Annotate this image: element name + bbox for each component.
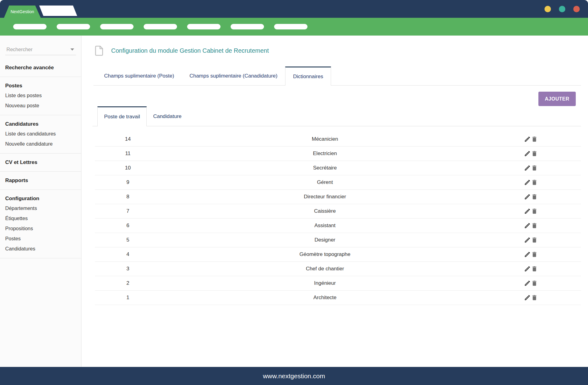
table-row: 2 Ingénieur bbox=[95, 276, 581, 291]
footer-url[interactable]: www.nextgestion.com bbox=[263, 372, 325, 380]
edit-button[interactable] bbox=[524, 136, 531, 143]
search-select[interactable]: Rechercher bbox=[5, 44, 76, 55]
dictionary-table: 14 Mécanicien 11 Electricien bbox=[95, 132, 581, 305]
row-label: Assistant bbox=[161, 223, 489, 229]
table-row: 11 Electricien bbox=[95, 147, 581, 161]
sidebar-item-etiquettes[interactable]: Étiquettes bbox=[5, 213, 76, 223]
delete-button[interactable] bbox=[531, 280, 538, 287]
edit-button[interactable] bbox=[524, 237, 531, 243]
row-actions bbox=[489, 280, 581, 287]
delete-button[interactable] bbox=[531, 251, 538, 258]
delete-button[interactable] bbox=[531, 208, 538, 215]
table-row: 8 Directeur financier bbox=[95, 190, 581, 204]
edit-button[interactable] bbox=[524, 150, 531, 157]
row-label: Gérent bbox=[161, 179, 489, 185]
sidebar-section: CandidaturesListe des candidaturesNouvel… bbox=[0, 115, 81, 153]
sidebar-item-liste-des-postes[interactable]: Liste des postes bbox=[5, 90, 76, 101]
sidebar-section: Recherche avancée bbox=[0, 59, 81, 77]
nav-item-placeholder[interactable] bbox=[274, 24, 307, 29]
nav-item-placeholder[interactable] bbox=[13, 24, 47, 29]
sidebar-item-nouveau-poste[interactable]: Nouveau poste bbox=[5, 101, 76, 111]
delete-button[interactable] bbox=[531, 193, 538, 200]
row-id: 10 bbox=[95, 165, 161, 171]
sidebar-section: PostesListe des postesNouveau poste bbox=[0, 77, 81, 115]
sidebar-header-recherche-avancee[interactable]: Recherche avancée bbox=[5, 63, 76, 72]
delete-button[interactable] bbox=[531, 136, 538, 143]
nav-item-placeholder[interactable] bbox=[231, 24, 264, 29]
sidebar-item-liste-des-candidatures[interactable]: Liste des candidatures bbox=[5, 129, 76, 139]
row-id: 1 bbox=[95, 295, 161, 301]
nav-item-placeholder[interactable] bbox=[187, 24, 221, 29]
inactive-window-tab[interactable] bbox=[39, 6, 77, 16]
tab-poste-de-travail[interactable]: Poste de travail bbox=[97, 106, 147, 126]
window-controls bbox=[545, 6, 580, 12]
edit-button[interactable] bbox=[524, 294, 531, 301]
main-tabs: Champs suplimentaire (Poste)Champs supli… bbox=[95, 67, 581, 86]
page-title: Configuration du module Gestion Cabinet … bbox=[111, 47, 269, 54]
edit-button[interactable] bbox=[524, 208, 531, 215]
edit-button[interactable] bbox=[524, 280, 531, 287]
row-label: Ingénieur bbox=[161, 280, 489, 286]
sidebar-header-postes[interactable]: Postes bbox=[5, 81, 76, 90]
row-id: 5 bbox=[95, 237, 161, 243]
maximize-button[interactable] bbox=[559, 6, 565, 12]
edit-button[interactable] bbox=[524, 193, 531, 200]
delete-button[interactable] bbox=[531, 294, 538, 301]
edit-button[interactable] bbox=[524, 179, 531, 186]
delete-button[interactable] bbox=[531, 222, 538, 229]
row-actions bbox=[489, 193, 581, 200]
sidebar-header-configuration[interactable]: Configuration bbox=[5, 194, 76, 203]
nav-item-placeholder[interactable] bbox=[57, 24, 90, 29]
delete-button[interactable] bbox=[531, 165, 538, 171]
nav-item-placeholder[interactable] bbox=[100, 24, 134, 29]
sidebar-item-nouvelle-candidature[interactable]: Nouvelle candidature bbox=[5, 139, 76, 149]
tab-champs-suplimentaire-canadidature[interactable]: Champs suplimentaire (Canadidature) bbox=[182, 67, 285, 86]
table-row: 5 Designer bbox=[95, 233, 581, 247]
row-id: 3 bbox=[95, 266, 161, 272]
sidebar-item-candidatures[interactable]: Candidatures bbox=[5, 244, 76, 254]
table-row: 10 Secrétaire bbox=[95, 161, 581, 175]
app-window: NextGestion Rechercher Recherche avancée… bbox=[0, 0, 588, 385]
delete-button[interactable] bbox=[531, 150, 538, 157]
sidebar-section: ConfigurationDépartementsÉtiquettesPropo… bbox=[0, 189, 81, 258]
tab-dictionnaires[interactable]: Dictionnaires bbox=[285, 67, 331, 86]
row-id: 8 bbox=[95, 194, 161, 200]
row-label: Directeur financier bbox=[161, 194, 489, 200]
sidebar-item-postes[interactable]: Postes bbox=[5, 234, 76, 244]
edit-button[interactable] bbox=[524, 251, 531, 258]
row-label: Chef de chantier bbox=[161, 266, 489, 272]
row-id: 6 bbox=[95, 223, 161, 229]
brand-tab[interactable]: NextGestion bbox=[4, 6, 41, 18]
row-actions bbox=[489, 136, 581, 143]
add-button[interactable]: AJOUTER bbox=[538, 92, 576, 106]
row-actions bbox=[489, 237, 581, 243]
page-title-row: Configuration du module Gestion Cabinet … bbox=[95, 45, 581, 56]
titlebar: NextGestion bbox=[0, 0, 588, 18]
tab-candidature[interactable]: Candidature bbox=[147, 106, 188, 126]
edit-button[interactable] bbox=[524, 165, 531, 171]
row-label: Mécanicien bbox=[161, 136, 489, 142]
edit-button[interactable] bbox=[524, 265, 531, 272]
sidebar-header-cv-et-lettres[interactable]: CV et Lettres bbox=[5, 158, 76, 167]
delete-button[interactable] bbox=[531, 265, 538, 272]
row-actions bbox=[489, 265, 581, 272]
row-id: 11 bbox=[95, 151, 161, 157]
sidebar-header-rapports[interactable]: Rapports bbox=[5, 176, 76, 185]
sidebar-header-candidatures[interactable]: Candidatures bbox=[5, 119, 76, 129]
brand-label: NextGestion bbox=[10, 9, 34, 14]
minimize-button[interactable] bbox=[545, 6, 551, 12]
table-row: 4 Géomètre topographe bbox=[95, 247, 581, 262]
delete-button[interactable] bbox=[531, 237, 538, 243]
nav-item-placeholder[interactable] bbox=[144, 24, 177, 29]
close-button[interactable] bbox=[573, 6, 580, 12]
row-actions bbox=[489, 165, 581, 171]
tab-champs-suplimentaire-poste[interactable]: Champs suplimentaire (Poste) bbox=[96, 67, 182, 86]
row-id: 4 bbox=[95, 251, 161, 257]
edit-button[interactable] bbox=[524, 222, 531, 229]
row-actions bbox=[489, 179, 581, 186]
delete-button[interactable] bbox=[531, 179, 538, 186]
sidebar-item-departements[interactable]: Départements bbox=[5, 203, 76, 213]
toolbar: AJOUTER bbox=[95, 92, 581, 106]
row-actions bbox=[489, 208, 581, 215]
sidebar-item-propositions[interactable]: Propositions bbox=[5, 223, 76, 234]
